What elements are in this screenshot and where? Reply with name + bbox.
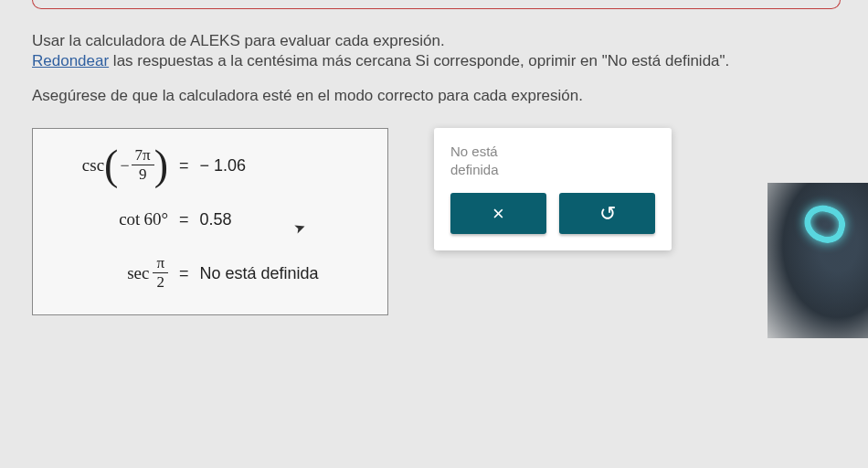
equals-sign: = [179, 210, 189, 229]
expression-row-2: cot 60° = 0.58 [49, 209, 371, 229]
fn-csc: csc [82, 155, 104, 176]
close-paren-icon: ) [154, 149, 168, 183]
instruction-line-1: Usar la calculadora de ALEKS para evalua… [32, 32, 836, 50]
main-content: Usar la calculadora de ALEKS para evalua… [0, 0, 868, 334]
frac-3-num: π [153, 255, 168, 273]
instruction-line-3: Asegúrese de que la calculadora esté en … [32, 87, 836, 105]
expr-2-left: cot 60° [49, 209, 168, 229]
open-paren-icon: ( [104, 149, 118, 183]
x-icon: × [492, 202, 504, 226]
frac-3-den: 2 [153, 273, 168, 292]
instruction-line-2: Redondear las respuestas a la centésima … [32, 52, 836, 70]
answer-box: csc ( − 7π 9 ) = − 1.06 cot 60° [32, 128, 388, 315]
fn-cot: cot [119, 209, 140, 229]
panel-text-line1: No está [450, 144, 498, 159]
fraction-1: 7π 9 [132, 147, 154, 184]
equals-sign: = [179, 264, 189, 283]
neg-sign: − [120, 156, 129, 176]
main-row: csc ( − 7π 9 ) = − 1.06 cot 60° [32, 128, 836, 315]
redondear-link[interactable]: Redondear [32, 52, 109, 69]
expression-row-1: csc ( − 7π 9 ) = − 1.06 [49, 147, 371, 184]
result-3[interactable]: No está definida [200, 264, 319, 283]
frac-1-num: 7π [132, 147, 154, 165]
action-panel: No está definida × ↺ [434, 128, 672, 250]
result-2[interactable]: 0.58 [200, 210, 232, 229]
undo-icon: ↺ [599, 202, 616, 226]
no-esta-definida-button[interactable]: No está definida [450, 143, 655, 178]
equals-sign: = [179, 156, 189, 176]
expr-3-left: sec π 2 [49, 255, 168, 292]
frac-1-den: 9 [135, 165, 151, 184]
expression-row-3: sec π 2 = No está definida [49, 255, 371, 292]
instruction-line-2-rest: las respuestas a la centésima más cercan… [109, 52, 729, 69]
alert-border [32, 0, 841, 9]
fraction-3: π 2 [153, 255, 168, 292]
reset-button[interactable]: ↺ [559, 193, 655, 234]
fn-sec: sec [127, 263, 149, 283]
button-row: × ↺ [450, 193, 655, 234]
clear-button[interactable]: × [450, 193, 546, 234]
arg-60deg: 60° [143, 209, 168, 229]
panel-text-line2: definida [450, 162, 499, 177]
result-1[interactable]: − 1.06 [200, 156, 247, 176]
expr-1-left: csc ( − 7π 9 ) [49, 147, 168, 184]
